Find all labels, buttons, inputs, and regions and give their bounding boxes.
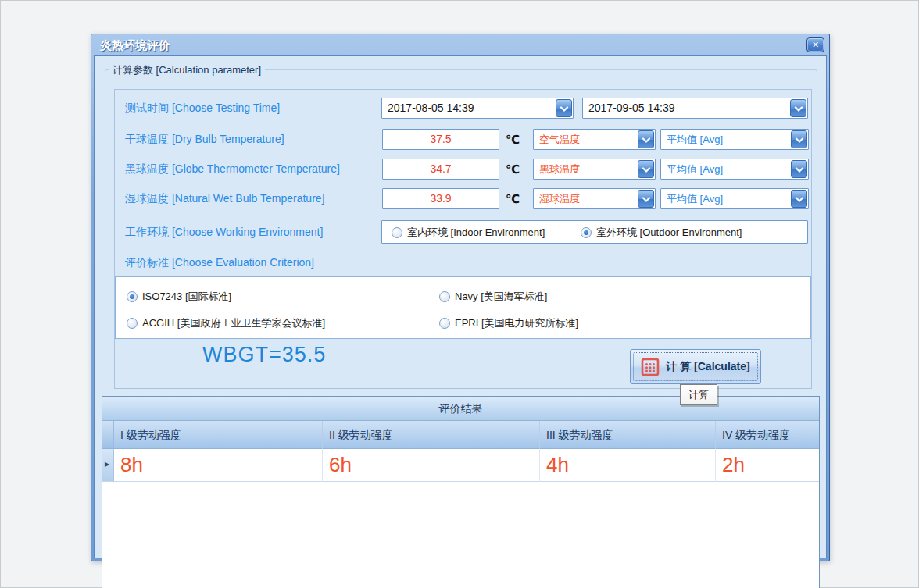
radio-acgih[interactable]: ACGIH [美国政府工业卫生学家会议标准] [127,312,325,334]
current-row-marker-icon: ▶ [105,461,109,468]
parameters-panel: 测试时间 [Choose Testing Time] 2017-08-05 14… [114,89,812,389]
globe-temp-stat-combobox[interactable]: 平均值 [Avg] [660,159,809,180]
evaluation-criterion-box: ISO7243 [国际标准] Navy [美国海军标准] ACGIH [美国政府… [115,276,811,339]
chevron-down-icon [795,167,804,173]
radio-indoor-label: 室内环境 [Indoor Environment] [407,226,545,240]
globe-temp-source-dropdown-button[interactable] [638,160,654,178]
wet-bulb-stat-value: 平均值 [Avg] [667,189,723,208]
working-environment-box: 室内环境 [Indoor Environment] 室外环境 [Outdoor … [381,220,808,244]
radio-epri-label: EPRI [美国电力研究所标准] [455,316,578,330]
radio-icon [392,227,402,238]
close-icon: ✕ [812,40,819,49]
dry-bulb-stat-value: 平均值 [Avg] [667,130,723,149]
label-evaluation-criterion: 评价标准 [Choose Evaluation Criterion] [125,252,314,273]
table-row: 8h 6h 4h 2h [114,449,819,482]
chevron-down-icon [795,137,804,144]
globe-temp-stat-value: 平均值 [Avg] [667,159,723,179]
desktop-background: 炎热环境评价 ✕ 计算参数 [Calculation parameter] 测试… [0,0,919,588]
testing-time-row: 测试时间 [Choose Testing Time] 2017-08-05 14… [115,98,811,119]
wet-bulb-source-dropdown-button[interactable] [638,190,654,208]
calculator-icon [641,358,660,376]
globe-temp-source-value: 黑球温度 [539,159,580,179]
radio-icon [439,291,450,302]
radio-icon [581,227,592,238]
radio-indoor-environment[interactable]: 室内环境 [Indoor Environment] [392,222,545,244]
calculate-button[interactable]: 计 算 [Calculate] [630,349,761,384]
current-row-selector[interactable]: ▶ [102,449,114,482]
column-header-level2[interactable]: II 级劳动强度 [323,421,540,449]
testing-time-start-value: 2017-08-05 14:39 [388,98,474,118]
chevron-down-icon [794,106,803,112]
calculate-tooltip: 计算 [680,384,717,405]
working-environment-row: 工作环境 [Choose Working Environment] 室内环境 [… [115,220,811,244]
table-row-header-gutter [102,421,114,449]
column-header-level3[interactable]: III 级劳动强度 [540,421,716,449]
testing-time-start-combobox[interactable]: 2017-08-05 14:39 [381,98,574,119]
wet-bulb-stat-combobox[interactable]: 平均值 [Avg] [660,188,809,209]
radio-iso7243-label: ISO7243 [国际标准] [142,290,231,304]
cell-level1-hours[interactable]: 8h [114,449,323,482]
chevron-down-icon [560,106,569,112]
table-column-headers: I 级劳动强度 II 级劳动强度 III 级劳动强度 IV 级劳动强度 [114,421,819,449]
close-button[interactable]: ✕ [806,37,824,52]
dry-bulb-unit: ℃ [506,129,520,150]
dry-bulb-row: 干球温度 [Dry Bulb Temperature] 37.5 ℃ 空气温度 … [115,129,811,150]
chevron-down-icon [642,167,651,173]
cell-level3-hours[interactable]: 4h [540,449,716,482]
radio-iso7243[interactable]: ISO7243 [国际标准] [127,286,231,308]
dry-bulb-stat-dropdown-button[interactable] [791,130,807,148]
globe-temp-value-input[interactable]: 34.7 [382,159,499,180]
dry-bulb-source-value: 空气温度 [539,130,580,149]
globe-temp-source-combobox[interactable]: 黑球温度 [533,159,656,180]
dialog-client-area: 计算参数 [Calculation parameter] 测试时间 [Choos… [94,55,827,558]
globe-temp-row: 黑球温度 [Globe Thermometer Temperature] 34.… [115,159,811,180]
wet-bulb-unit: ℃ [506,188,520,209]
wet-bulb-source-value: 湿球温度 [539,189,580,208]
dry-bulb-value-input[interactable]: 37.5 [382,129,499,150]
testing-time-end-value: 2017-09-05 14:39 [588,98,675,118]
cell-level4-hours[interactable]: 2h [716,449,820,482]
radio-icon [127,291,138,302]
label-globe-temp: 黑球温度 [Globe Thermometer Temperature] [125,159,340,180]
column-header-level4[interactable]: IV 级劳动强度 [716,421,820,449]
wet-bulb-row: 湿球温度 [Natural Wet Bulb Temperature] 33.9… [115,188,811,209]
wbgt-result-text: WBGT=35.5 [202,343,326,367]
radio-outdoor-environment[interactable]: 室外环境 [Outdoor Environment] [581,222,742,244]
wet-bulb-value-input[interactable]: 33.9 [382,188,499,209]
radio-icon [127,318,138,329]
label-testing-time: 测试时间 [Choose Testing Time] [125,98,280,119]
label-wet-bulb: 湿球温度 [Natural Wet Bulb Temperature] [125,188,324,209]
radio-outdoor-label: 室外环境 [Outdoor Environment] [596,226,742,240]
globe-temp-unit: ℃ [506,159,520,180]
evaluation-result-table: 评价结果 I 级劳动强度 II 级劳动强度 III 级劳动强度 IV 级劳动强度… [102,396,820,588]
column-header-level1[interactable]: I 级劳动强度 [114,421,323,449]
dry-bulb-source-dropdown-button[interactable] [638,130,654,148]
label-working-environment: 工作环境 [Choose Working Environment] [125,220,323,244]
wet-bulb-stat-dropdown-button[interactable] [791,190,807,208]
hot-environment-dialog: 炎热环境评价 ✕ 计算参数 [Calculation parameter] 测试… [91,34,830,561]
testing-time-end-dropdown-button[interactable] [790,99,806,117]
calculate-button-label: 计 算 [Calculate] [666,360,749,374]
wet-bulb-source-combobox[interactable]: 湿球温度 [533,188,656,209]
radio-navy-label: Navy [美国海军标准] [455,290,547,304]
window-title: 炎热环境评价 [100,38,170,53]
radio-icon [439,318,450,329]
testing-time-start-dropdown-button[interactable] [556,99,572,117]
radio-epri[interactable]: EPRI [美国电力研究所标准] [439,312,578,334]
testing-time-end-combobox[interactable]: 2017-09-05 14:39 [582,98,808,119]
chevron-down-icon [642,197,651,203]
cell-level2-hours[interactable]: 6h [323,449,540,482]
globe-temp-stat-dropdown-button[interactable] [791,160,807,178]
titlebar[interactable]: 炎热环境评价 ✕ [94,37,827,55]
radio-acgih-label: ACGIH [美国政府工业卫生学家会议标准] [142,316,325,330]
label-dry-bulb: 干球温度 [Dry Bulb Temperature] [125,129,284,150]
chevron-down-icon [795,197,804,203]
groupbox-label: 计算参数 [Calculation parameter] [109,63,265,77]
dry-bulb-source-combobox[interactable]: 空气温度 [533,129,656,150]
chevron-down-icon [642,137,651,144]
dry-bulb-stat-combobox[interactable]: 平均值 [Avg] [660,129,809,150]
radio-navy[interactable]: Navy [美国海军标准] [439,286,547,308]
